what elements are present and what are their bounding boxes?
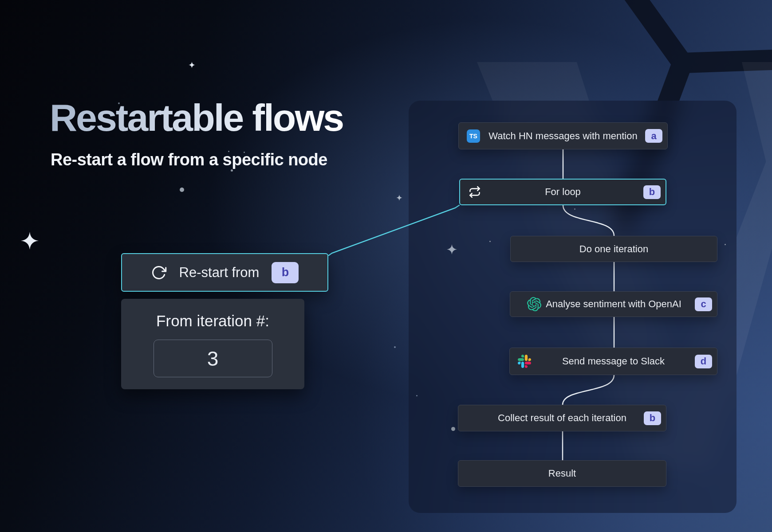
node-label: Send message to Slack xyxy=(562,356,665,367)
flow-node-result[interactable]: Result xyxy=(458,460,666,487)
flow-node-analyse-sentiment[interactable]: Analyse sentiment with OpenAI c xyxy=(510,291,717,317)
node-label: Result xyxy=(548,468,576,479)
star-dot xyxy=(416,395,418,396)
node-badge: b xyxy=(643,185,661,199)
iteration-label: From iteration #: xyxy=(156,312,269,330)
loop-icon xyxy=(468,185,481,199)
iteration-panel: From iteration #: xyxy=(121,299,304,389)
flow-node-for-loop[interactable]: For loop b xyxy=(459,179,666,205)
node-badge: d xyxy=(695,355,712,368)
flow-node-collect-results[interactable]: Collect result of each iteration b xyxy=(458,405,666,431)
node-label: Collect result of each iteration xyxy=(498,412,626,424)
flow-node-do-one-iteration[interactable]: Do one iteration xyxy=(510,236,717,262)
sparkle-icon xyxy=(189,62,195,68)
sparkle-icon xyxy=(447,244,457,254)
node-badge: c xyxy=(695,297,712,311)
typescript-icon: TS xyxy=(467,129,480,143)
sparkle-icon xyxy=(21,232,39,250)
star-dot xyxy=(574,208,575,210)
restart-icon xyxy=(151,265,167,281)
node-label: For loop xyxy=(545,186,581,198)
restart-from-box[interactable]: Re-start from b xyxy=(121,253,328,292)
node-label: Analyse sentiment with OpenAI xyxy=(546,298,681,310)
node-label: Watch HN messages with mention xyxy=(488,130,637,142)
flow-node-send-slack[interactable]: Send message to Slack d xyxy=(509,348,717,375)
node-label: Do one iteration xyxy=(579,243,648,255)
node-badge: a xyxy=(645,129,662,143)
hero: Restartable flows Re-start a flow from a… xyxy=(50,98,343,169)
slack-icon xyxy=(518,355,531,368)
star-dot xyxy=(394,346,396,348)
star-dot xyxy=(489,241,491,242)
star-dot xyxy=(180,188,184,192)
iteration-input[interactable] xyxy=(154,340,272,377)
restart-badge: b xyxy=(272,262,299,283)
openai-icon xyxy=(527,297,541,311)
node-badge: b xyxy=(644,411,661,425)
star-dot xyxy=(451,427,455,431)
star-dot xyxy=(231,169,233,172)
page-subtitle: Re-start a flow from a specific node xyxy=(51,151,343,169)
star-dot xyxy=(725,244,726,245)
flow-node-watch-hn[interactable]: TS Watch HN messages with mention a xyxy=(458,122,668,149)
page-title: Restartable flows xyxy=(50,98,343,137)
sparkle-icon xyxy=(396,195,402,201)
stage: Restartable flows Re-start a flow from a… xyxy=(0,0,772,532)
restart-label: Re-start from xyxy=(179,265,260,281)
